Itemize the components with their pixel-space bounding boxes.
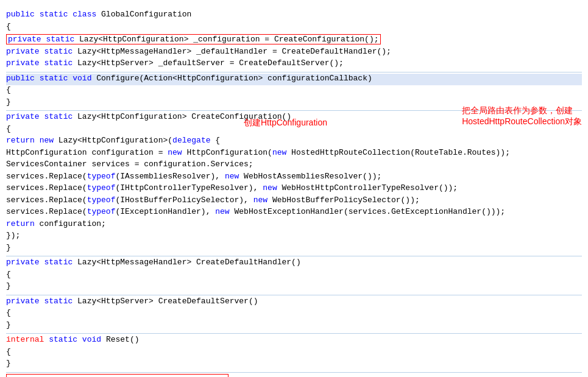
open-brace: {: [6, 22, 582, 34]
configure-open: {: [6, 85, 582, 97]
create-config-body-7: services.Replace(typeof(IExceptionHandle…: [6, 207, 582, 219]
create-handler-close: }: [6, 281, 582, 294]
create-config-body-2: HttpConfiguration configuration = new Ht…: [6, 148, 582, 160]
class-declaration: public static class GlobalConfiguration: [6, 10, 582, 22]
create-config-body-5: services.Replace(typeof(IHttpControllerT…: [6, 183, 582, 196]
create-config-body-6: services.Replace(typeof(IHostBufferPolic…: [6, 196, 582, 208]
create-config-body-1: return new Lazy<HttpConfiguration>(deleg…: [6, 136, 582, 148]
reset-open: {: [6, 347, 582, 359]
create-config-body-9: });: [6, 231, 582, 243]
create-config-body-4: services.Replace(typeof(IAssembliesResol…: [6, 172, 582, 184]
create-server-sig: private static Lazy<HttpServer> CreateDe…: [6, 297, 582, 309]
create-handler-sig: private static Lazy<HttpMessageHandler> …: [6, 258, 582, 270]
create-config-body-3: ServicesContainer services = configurati…: [6, 160, 582, 172]
field-3: private static Lazy<HttpServer> _default…: [6, 58, 582, 71]
code-container: public static class GlobalConfiguration …: [0, 5, 588, 377]
reset-sig: internal static void Reset(): [6, 335, 582, 347]
create-server-open: {: [6, 308, 582, 320]
field-2: private static Lazy<HttpMessageHandler> …: [6, 47, 582, 59]
create-config-body-8: return configuration;: [6, 219, 582, 231]
annotation-create-http: 创建HttpConfiguration: [244, 118, 327, 129]
reset-close: }: [6, 359, 582, 371]
create-config-close: }: [6, 243, 582, 255]
config-prop-wrapper: public static HttpConfiguration Configur…: [6, 374, 582, 378]
fields-section: private static Lazy<HttpConfiguration> _…: [6, 35, 582, 47]
annotation-hosted-route: 把全局路由表作为参数，创建 HostedHttpRouteCollection对…: [462, 105, 582, 127]
create-handler-open: {: [6, 270, 582, 282]
create-server-close: }: [6, 320, 582, 333]
configure-sig: public static void Configure(Action<Http…: [6, 74, 582, 86]
